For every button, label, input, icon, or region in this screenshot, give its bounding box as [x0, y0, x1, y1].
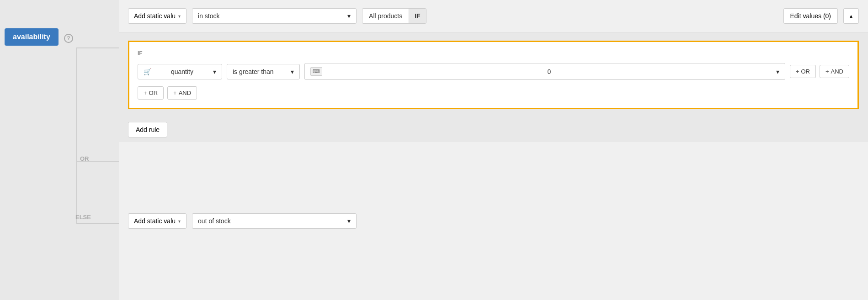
else-add-static-caret: ▾ [178, 219, 181, 224]
value-label: 0 [548, 68, 551, 75]
availability-badge: availability [5, 28, 59, 46]
if-badge: IF [409, 9, 426, 23]
row-or: Add rule [119, 117, 868, 142]
collapse-btn[interactable]: ▴ [843, 8, 859, 24]
else-add-static-btn[interactable]: Add static valu ▾ [128, 213, 186, 229]
and-plus-icon: + [825, 68, 829, 75]
in-stock-caret: ▾ [347, 12, 351, 20]
right-panel: Add static valu ▾ in stock ▾ All product… [119, 0, 868, 300]
add-static-value-btn[interactable]: Add static valu ▾ [128, 8, 186, 24]
in-stock-label: in stock [198, 12, 219, 20]
value-caret: ▾ [776, 68, 779, 75]
edit-values-label: Edit values (0) [790, 12, 831, 20]
or-plus-icon: + [796, 68, 799, 75]
all-products-label: All products [362, 9, 409, 23]
operator-select[interactable]: is greater than ▾ [227, 64, 300, 79]
condition-row: 🛒 quantity ▾ is greater than ▾ ⌨ 0 ▾ [138, 63, 849, 80]
in-stock-select[interactable]: in stock ▾ [192, 8, 357, 24]
bottom-and-plus-icon: + [173, 89, 177, 96]
value-select[interactable]: ⌨ 0 ▾ [304, 63, 785, 80]
main-container: availability ? OR ELSE Add static valu ▾… [0, 0, 868, 300]
condition-or-and-row: + OR + AND [790, 65, 849, 78]
condition-and-btn[interactable]: + AND [820, 65, 849, 78]
condition-or-btn[interactable]: + OR [790, 65, 816, 78]
bottom-or-btn[interactable]: + OR [138, 86, 164, 100]
bottom-and-label: AND [179, 89, 191, 96]
add-static-caret: ▾ [178, 14, 181, 19]
quantity-select[interactable]: 🛒 quantity ▾ [138, 64, 222, 79]
keyboard-icon: ⌨ [310, 67, 322, 76]
or-btn-label: OR [801, 68, 810, 75]
operator-label: is greater than [233, 68, 274, 75]
out-of-stock-label: out of stock [198, 217, 231, 225]
if-block-label: IF [138, 50, 849, 57]
and-btn-label: AND [831, 68, 843, 75]
add-rule-btn[interactable]: Add rule [128, 122, 167, 137]
bottom-or-and-row: + OR + AND [138, 86, 849, 100]
add-static-value-label: Add static valu [134, 12, 176, 20]
bottom-and-btn[interactable]: + AND [167, 86, 197, 100]
row-in-stock: Add static valu ▾ in stock ▾ All product… [119, 0, 868, 32]
if-block: IF 🛒 quantity ▾ is greater than ▾ ⌨ 0 [128, 41, 859, 109]
cart-icon: 🛒 [144, 68, 151, 75]
or-section-label: OR [80, 155, 89, 162]
quantity-label: quantity [171, 68, 193, 75]
out-of-stock-caret: ▾ [347, 217, 351, 225]
operator-caret: ▾ [291, 68, 294, 75]
edit-values-btn[interactable]: Edit values (0) [783, 8, 838, 24]
bottom-or-label: OR [149, 89, 158, 96]
left-panel: availability ? OR ELSE [0, 0, 119, 300]
row-else: Add static valu ▾ out of stock ▾ [119, 142, 868, 300]
else-add-static-label: Add static valu [134, 217, 176, 225]
bottom-or-plus-icon: + [144, 89, 147, 96]
out-of-stock-select[interactable]: out of stock ▾ [192, 213, 357, 229]
else-section-label: ELSE [75, 214, 91, 221]
quantity-caret: ▾ [213, 68, 216, 75]
collapse-icon: ▴ [850, 13, 852, 19]
all-products-group: All products IF [362, 8, 426, 24]
